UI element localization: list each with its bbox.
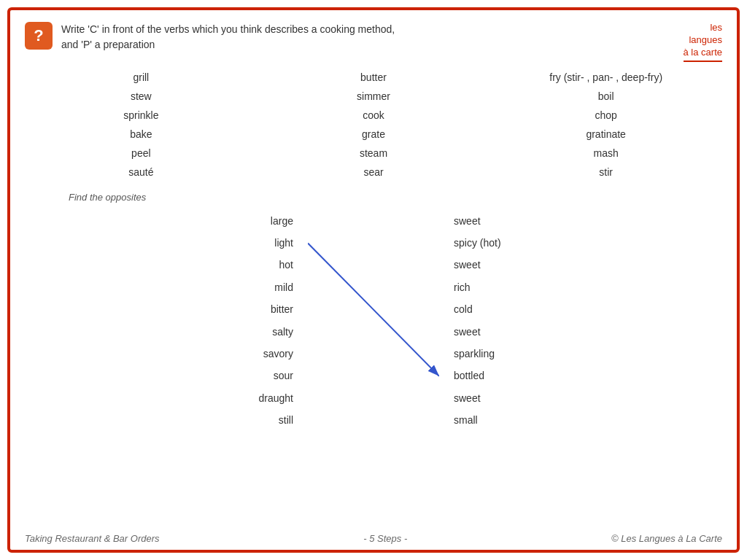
opposite-right-item: sweet	[454, 210, 585, 232]
footer-right: © Les Langues à La Carte	[611, 533, 722, 544]
verb-cell: fry (stir- , pan- , deep-fry)	[489, 68, 722, 87]
opposite-right-item: rich	[454, 276, 585, 298]
verb-cell: butter	[258, 68, 490, 87]
opposite-right-item: sweet	[454, 254, 585, 276]
verb-cell: grill	[25, 68, 258, 87]
header-left: ? Write 'C' in front of the verbs which …	[25, 22, 395, 52]
opposites-container: largelighthotmildbittersaltysavorysourdr…	[25, 210, 722, 432]
opposite-right-item: sweet	[454, 387, 585, 409]
opposite-right-item: bottled	[454, 365, 585, 386]
verb-cell: gratinate	[489, 125, 722, 144]
opposites-right: sweetspicy (hot)sweetrichcoldsweetsparkl…	[439, 210, 585, 432]
verb-cell: simmer	[258, 87, 490, 106]
arrow-area	[308, 210, 439, 432]
opposite-right-item: cold	[454, 298, 585, 320]
opposite-left-item: draught	[162, 387, 293, 409]
section-label: Find the opposites	[25, 192, 722, 203]
footer-left: Taking Restaurant & Bar Orders	[25, 533, 160, 544]
verb-cell: peel	[25, 144, 258, 163]
verb-cell: chop	[489, 106, 722, 125]
opposite-left-item: light	[162, 232, 293, 254]
opposite-right-item: small	[454, 409, 585, 431]
verb-cell: bake	[25, 125, 258, 144]
footer: Taking Restaurant & Bar Orders - 5 Steps…	[10, 533, 737, 544]
opposite-left-item: hot	[162, 254, 293, 276]
opposite-left-item: sour	[162, 365, 293, 386]
opposite-left-item: salty	[162, 321, 293, 343]
verb-cell: stew	[25, 87, 258, 106]
opposite-right-item: sparkling	[454, 343, 585, 365]
logo-underline	[684, 61, 722, 62]
verb-cell: boil	[489, 87, 722, 106]
verb-cell: sear	[258, 163, 490, 182]
logo: les langues à la carte	[684, 22, 722, 62]
verb-cell: mash	[489, 144, 722, 163]
verb-cell: sauté	[25, 163, 258, 182]
header: ? Write 'C' in front of the verbs which …	[10, 10, 737, 68]
opposites-left: largelighthotmildbittersaltysavorysourdr…	[162, 210, 308, 432]
instruction-text: Write 'C' in front of the verbs which yo…	[61, 22, 395, 52]
question-icon: ?	[25, 22, 53, 50]
opposite-left-item: still	[162, 409, 293, 431]
opposite-left-item: bitter	[162, 298, 293, 320]
verb-cell: grate	[258, 125, 490, 144]
verb-cell: steam	[258, 144, 490, 163]
opposite-left-item: savory	[162, 343, 293, 365]
footer-center: - 5 Steps -	[363, 533, 407, 544]
verb-cell: stir	[489, 163, 722, 182]
opposite-right-item: sweet	[454, 321, 585, 343]
content-area: grillbutterfry (stir- , pan- , deep-fry)…	[10, 68, 737, 432]
svg-line-1	[308, 243, 439, 376]
verb-cell: sprinkle	[25, 106, 258, 125]
verbs-grid: grillbutterfry (stir- , pan- , deep-fry)…	[25, 68, 722, 182]
connecting-arrow	[308, 210, 439, 432]
verb-cell: cook	[258, 106, 490, 125]
opposite-left-item: large	[162, 210, 293, 232]
main-container: ? Write 'C' in front of the verbs which …	[7, 7, 740, 553]
opposite-left-item: mild	[162, 276, 293, 298]
opposite-right-item: spicy (hot)	[454, 232, 585, 254]
